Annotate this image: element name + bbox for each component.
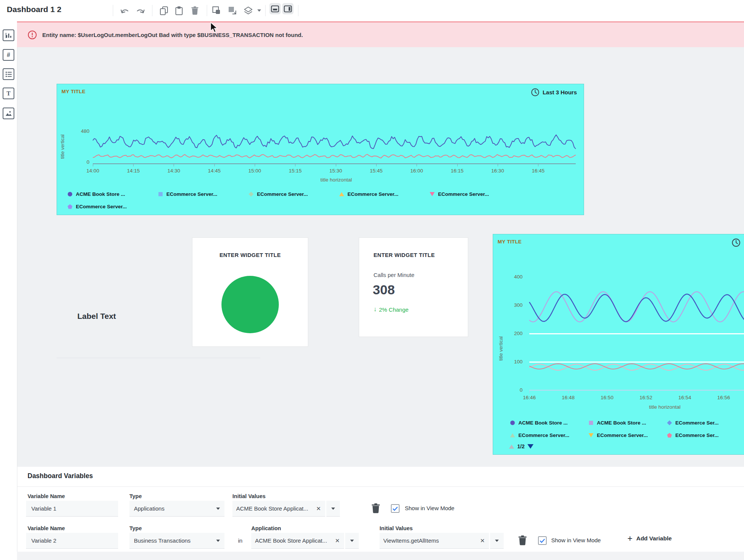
- chart-legend-row: ECommerce Server...: [68, 204, 158, 209]
- health-widget[interactable]: ENTER WIDGET TITLE: [192, 238, 308, 346]
- square-legend-marker-icon: [589, 420, 593, 425]
- timeseries-widget-1[interactable]: MY TITLE Last 3 Hours title vertical 480…: [57, 84, 584, 215]
- metric-widget[interactable]: ENTER WIDGET TITLE Calls per Minute 308 …: [359, 238, 468, 337]
- timeseries-widget-2[interactable]: MY TITLE title vertical 400 300 200 100 …: [493, 234, 744, 455]
- image-icon: [5, 110, 12, 117]
- legend-item[interactable]: ECommerce Server...: [339, 191, 430, 197]
- toolbar-separator: [113, 5, 113, 16]
- page-indicator: 1/2: [517, 443, 524, 449]
- plus-icon: +: [627, 535, 632, 542]
- square-legend-marker-icon: [158, 192, 163, 197]
- clear-icon[interactable]: ✕: [331, 537, 344, 544]
- variable-name-label: Variable Name: [28, 525, 65, 531]
- variable-name-input[interactable]: Variable 2: [26, 533, 118, 549]
- legend-item[interactable]: ECommerce Server...: [589, 432, 667, 438]
- add-variable-button[interactable]: + Add Variable: [627, 535, 672, 542]
- list-icon: [5, 71, 12, 78]
- initial-values-token[interactable]: ViewItems.getAllItems ✕: [380, 533, 489, 549]
- chart-line: [93, 154, 576, 158]
- layers-icon: [243, 6, 253, 15]
- delete-variable-button[interactable]: [371, 503, 380, 515]
- legend-label: ECommerce Ser...: [675, 432, 719, 438]
- send-to-back-icon: [228, 6, 237, 15]
- show-in-view-mode-checkbox[interactable]: [538, 536, 547, 545]
- page-down-icon[interactable]: [527, 444, 533, 449]
- legend-item[interactable]: ECommerce Ser...: [667, 420, 744, 426]
- clear-icon[interactable]: ✕: [476, 537, 489, 544]
- bar-chart-icon: [5, 32, 12, 39]
- legend-item[interactable]: ECommerce Server...: [430, 191, 520, 197]
- copy-button[interactable]: [157, 4, 171, 17]
- legend-item[interactable]: ACME Book Store ...: [510, 420, 589, 426]
- clear-icon[interactable]: ✕: [312, 505, 325, 512]
- legend-label: ECommerce Server...: [347, 191, 398, 197]
- initial-values-field: ViewItems.getAllItems ✕: [380, 533, 504, 549]
- x-tick-label: 16:54: [678, 395, 691, 400]
- initial-values-token[interactable]: ACME Book Store Applicat... ✕: [232, 501, 325, 517]
- arrow-down-icon: ↓: [374, 306, 377, 313]
- sidebar-item-list-widget[interactable]: [3, 68, 14, 80]
- type-select[interactable]: Business Transactions: [129, 533, 224, 549]
- x-tick-label: 16:50: [601, 395, 613, 400]
- page-up-icon[interactable]: [509, 445, 514, 449]
- triangle-down-legend-marker-icon: [430, 192, 435, 197]
- undo-button[interactable]: [118, 4, 132, 17]
- legend-item[interactable]: ECommerce Ser...: [667, 432, 744, 438]
- application-token[interactable]: ACME Book Store Applicat... ✕: [251, 533, 344, 549]
- x-tick-label: 14:00: [86, 168, 99, 174]
- sidebar-item-number-widget[interactable]: #: [3, 49, 14, 61]
- legend-label: ECommerce Server...: [257, 191, 308, 197]
- toggle-bottom-panel-button[interactable]: [269, 3, 281, 14]
- application-dropdown[interactable]: [345, 533, 359, 549]
- hash-icon: #: [7, 52, 10, 58]
- undo-icon: [120, 6, 130, 15]
- initial-values-dropdown[interactable]: [326, 501, 340, 517]
- x-tick-label: 16:45: [532, 168, 544, 174]
- layers-button[interactable]: [241, 4, 255, 17]
- legend-label: ECommerce Server...: [597, 432, 648, 438]
- x-tick-label: 16:15: [451, 168, 464, 174]
- widget-palette-sidebar: # T: [0, 22, 17, 560]
- metric-value: 308: [373, 282, 395, 297]
- delete-button[interactable]: [188, 4, 201, 17]
- legend-item[interactable]: ECommerce Server...: [249, 191, 339, 197]
- chevron-down-icon: [257, 9, 261, 12]
- paste-button[interactable]: [172, 4, 186, 17]
- caret-down-icon: [216, 540, 220, 542]
- chart-line: [93, 135, 576, 149]
- x-tick-label: 15:15: [289, 168, 302, 174]
- send-to-back-button[interactable]: [226, 4, 239, 17]
- delete-variable-button[interactable]: [518, 535, 527, 547]
- type-label: Type: [129, 493, 142, 499]
- type-value: Business Transactions: [134, 537, 191, 544]
- legend-item[interactable]: ECommerce Server...: [510, 432, 589, 438]
- x-tick-label: 16:56: [717, 395, 730, 400]
- label-widget[interactable]: Label Text: [77, 312, 116, 321]
- sidebar-item-text-widget[interactable]: T: [3, 88, 14, 99]
- toggle-right-panel-button[interactable]: [282, 3, 294, 14]
- dashboard-title: Dashboard 1 2: [7, 5, 61, 14]
- sidebar-item-chart-widget[interactable]: [3, 29, 14, 41]
- redo-button[interactable]: [133, 4, 147, 17]
- show-in-view-mode-label: Show in View Mode: [405, 505, 454, 511]
- legend-pagination: 1/2: [509, 443, 533, 449]
- legend-item[interactable]: ECommerce Server...: [158, 191, 249, 197]
- check-icon: [540, 538, 545, 543]
- legend-item[interactable]: ACME Book Store ...: [589, 420, 667, 426]
- variable-name-input[interactable]: Variable 1: [26, 501, 118, 517]
- layers-dropdown-button[interactable]: [256, 4, 263, 17]
- show-in-view-mode-label: Show in View Mode: [551, 537, 601, 543]
- type-select[interactable]: Applications: [129, 501, 224, 517]
- initial-values-dropdown[interactable]: [490, 533, 504, 549]
- initial-values-field: ACME Book Store Applicat... ✕: [232, 501, 340, 517]
- x-axis-line: [93, 163, 576, 164]
- x-tick-label: 14:45: [208, 168, 221, 174]
- legend-item[interactable]: ACME Book Store ...: [68, 191, 158, 197]
- sidebar-item-image-widget[interactable]: [3, 108, 14, 119]
- bring-to-front-button[interactable]: [210, 4, 223, 17]
- show-in-view-mode-checkbox[interactable]: [391, 504, 400, 513]
- health-status-circle: [221, 276, 279, 333]
- legend-item[interactable]: ECommerce Server...: [68, 204, 158, 209]
- redo-icon: [135, 6, 145, 15]
- x-tick-label: 15:00: [248, 168, 261, 174]
